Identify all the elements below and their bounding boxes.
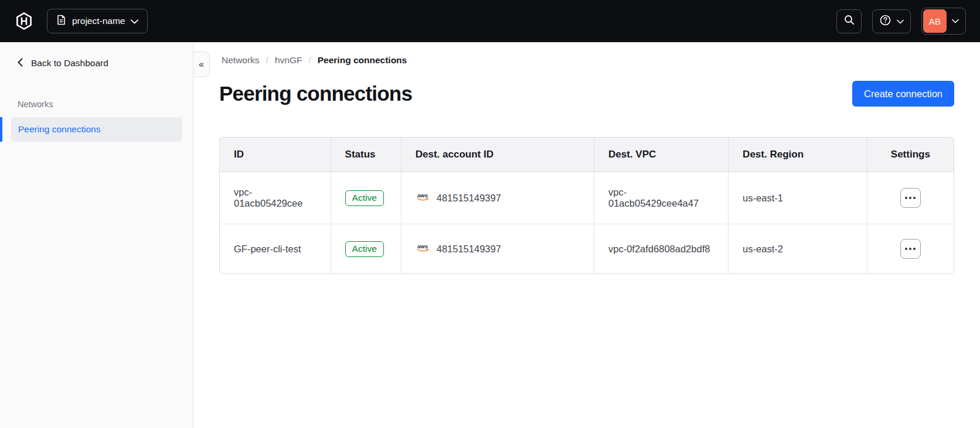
title-row: Peering connections Create connection [219,81,954,107]
back-to-dashboard-label: Back to Dashboard [31,58,108,69]
svg-text:aws: aws [417,192,428,198]
status-badge: Active [345,241,384,257]
column-header-status: Status [331,138,401,172]
collapse-chevrons-icon: « [199,59,204,70]
chevron-left-icon [18,58,23,69]
chevron-down-icon [897,16,904,26]
search-icon [844,15,855,28]
breadcrumb: Networks / hvnGF / Peering connections [219,55,954,66]
cell-settings [867,172,954,224]
cell-dest-account-id: aws 481515149397 [401,172,594,224]
document-icon [56,15,66,28]
help-menu-button[interactable] [872,9,911,33]
help-icon [880,15,891,28]
dest-account-id-value: 481515149397 [437,193,501,204]
table-row: GF-peer-cli-test Active aws [220,224,954,274]
cell-status: Active [331,172,401,224]
search-button[interactable] [836,9,862,33]
column-header-id: ID [220,138,331,172]
cell-dest-region: us-east-1 [729,172,867,224]
sidebar: Back to Dashboard Networks Peering conne… [0,42,193,428]
active-indicator-bar [0,117,2,142]
sidebar-nav-row: Peering connections [0,117,193,142]
main-area: « Networks / hvnGF / Peering connections… [193,42,980,428]
chevron-down-icon [131,16,138,26]
hcp-app: project-name [0,0,980,428]
hashicorp-logo-icon [15,12,33,30]
svg-text:aws: aws [417,243,428,249]
breadcrumb-hvn[interactable]: hvnGF [275,55,302,66]
breadcrumb-current-page: Peering connections [318,55,407,66]
cell-id: GF-peer-cli-test [220,224,331,274]
project-switcher-label: project-name [72,16,125,26]
account-menu-button[interactable]: AB [921,8,966,35]
column-header-settings: Settings [867,138,954,172]
chevron-down-icon [947,19,964,23]
sidebar-section-networks: Networks [18,100,193,109]
dest-account-id-value: 481515149397 [437,244,501,255]
avatar: AB [923,9,947,33]
sidebar-item-peering-connections[interactable]: Peering connections [11,117,182,142]
breadcrumb-separator: / [308,55,311,66]
back-to-dashboard-link[interactable]: Back to Dashboard [18,54,193,73]
body-row: Back to Dashboard Networks Peering conne… [0,42,980,428]
status-badge: Active [345,190,384,206]
cell-dest-account-id: aws 481515149397 [401,224,594,274]
create-connection-button[interactable]: Create connection [852,81,954,107]
cell-id: vpc-01acb05429cee [220,172,331,224]
aws-icon: aws [416,243,430,255]
column-header-dest-vpc: Dest. VPC [594,138,729,172]
cell-status: Active [331,224,401,274]
project-switcher[interactable]: project-name [47,9,148,33]
sidebar-item-label: Peering connections [18,124,100,135]
table-row: vpc-01acb05429cee Active aws [220,172,954,224]
cell-dest-region: us-east-2 [729,224,867,274]
peering-connections-table: ID Status Dest. account ID Dest. VPC Des… [219,137,954,274]
row-settings-menu-button[interactable] [900,239,921,259]
cell-settings [867,224,954,274]
cell-dest-vpc: vpc-0f2afd6808ad2bdf8 [594,224,729,274]
breadcrumb-networks[interactable]: Networks [222,55,260,66]
column-header-dest-account-id: Dest. account ID [401,138,594,172]
page-title: Peering connections [219,82,412,105]
cell-dest-vpc: vpc-01acb05429cee4a47 [594,172,729,224]
column-header-dest-region: Dest. Region [729,138,867,172]
main-content: Networks / hvnGF / Peering connections P… [193,42,980,428]
sidebar-collapse-button[interactable]: « [193,52,210,77]
topbar: project-name [0,0,980,42]
breadcrumb-separator: / [266,55,268,66]
row-settings-menu-button[interactable] [900,188,921,208]
aws-icon: aws [416,192,430,204]
table-header-row: ID Status Dest. account ID Dest. VPC Des… [220,138,954,172]
